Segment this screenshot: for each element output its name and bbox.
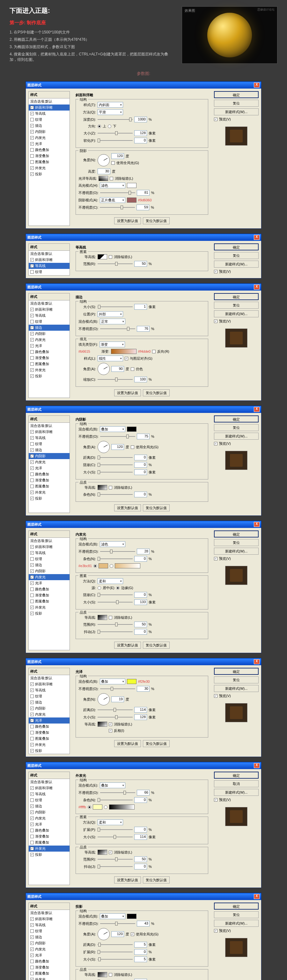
shadow-color[interactable] [127,197,137,203]
watermark: 思缘设计论坛 [257,8,274,12]
style-list: 样式 混合选项:默认 斜面和浮雕 等高线 纹理 描边 内阴影 内发光 光泽 颜色… [29,293,70,398]
hl-opacity-slider[interactable] [100,190,135,195]
highlight-color[interactable] [127,183,137,188]
close-icon[interactable]: X [254,659,260,664]
antialias-checkbox[interactable] [109,255,112,259]
dialog-title: 图层样式 [27,83,41,88]
style-drop-shadow[interactable]: 投影 [29,171,70,177]
highlight-mode-select[interactable]: 滤色 [100,183,125,188]
close-icon[interactable]: X [254,235,260,240]
checkbox-icon[interactable] [30,136,34,140]
ok-button[interactable]: 确定 [214,91,258,98]
preview-image: 效果图 思缘设计论坛 [182,6,277,64]
technique-select[interactable]: 平滑 [97,109,123,115]
depth-slider[interactable] [97,117,133,122]
step-title: 第一步: 制作底座 [10,20,172,26]
instruction-1: 1. 在PS中创建一个1500*100的文件 [10,30,172,35]
set-default-button[interactable]: 设置为默认值 [114,217,141,224]
section-label: 参数图: [10,71,277,76]
titlebar[interactable]: 图层样式 X [26,81,261,89]
checkbox-icon[interactable] [30,124,34,127]
checkbox-icon[interactable] [30,154,34,158]
instruction-4: 4. 搜索金属划痕，把素材拖入底座上层，CTRL+ALT+G创建为遮罩层，把图层… [10,52,172,62]
close-icon[interactable]: X [254,894,260,899]
soften-input[interactable]: 0 [134,138,147,143]
style-color-overlay[interactable]: 颜色叠加 [29,147,70,153]
preview-thumb [225,126,247,146]
style-satin[interactable]: 光泽 [29,141,70,147]
dialog-contour: 图层样式X 样式 混合选项:默认 斜面和浮雕 等高线 纹理 等高线 图素 等高线… [26,234,261,278]
dialog-inner-shadow: 图层样式X 样式 混合选项:默认 斜面和浮雕 等高线 纹理 描边 内阴影 内发光… [26,406,261,516]
style-outer-glow[interactable]: 外发光 [29,165,70,171]
radio-up[interactable] [97,124,101,128]
new-style-button[interactable]: 新建样式(W)... [214,108,258,115]
range-slider[interactable] [97,261,133,266]
sh-opacity-slider[interactable] [100,205,135,210]
size-input[interactable]: 128 [134,130,147,136]
checkbox-icon[interactable] [30,118,34,121]
preview-label: 效果图 [185,8,195,13]
soften-slider[interactable] [97,138,133,143]
close-icon[interactable]: X [254,285,260,290]
style-texture[interactable]: 纹理 [29,117,70,123]
gold-plate [207,13,252,57]
hl-opacity-input[interactable]: 81 [137,190,150,196]
radio-down[interactable] [108,124,111,128]
blend-options[interactable]: 混合选项:默认 [29,99,70,105]
titlebar[interactable]: 图层样式X [26,283,261,291]
size-slider[interactable] [97,130,133,136]
dialog-drop-shadow: 图层样式X 样式 混合选项:默认 斜面和浮雕 等高线 纹理 描边 内阴影 内发光… [26,893,261,980]
page-title: 下面进入正题: [10,6,172,15]
close-icon[interactable]: X [254,407,260,412]
angle-input[interactable]: 120 [111,153,124,159]
group-shade: 阴影 [78,148,88,153]
altitude-input[interactable]: 30 [97,169,110,174]
checkbox-icon[interactable] [30,130,34,134]
style-contour[interactable]: 等高线 [29,111,70,117]
style-inner-glow[interactable]: 内发光 [29,135,70,141]
checkbox-icon[interactable] [30,172,34,176]
gradient-picker[interactable] [111,349,137,354]
style-header: 样式 [29,91,70,99]
style-list: 样式 混合选项:默认 斜面和浮雕 等高线 纹理 描边 内阴影 内发光 光泽 颜色… [29,91,70,226]
close-icon[interactable]: X [254,83,260,88]
panel-title: 斜面和浮雕 [76,93,208,97]
dialog-inner-glow: 图层样式X 样式 混合选项:默认 斜面和浮雕 等高线 纹理 描边 内阴影 内发光… [26,520,261,653]
group-struct: 结构 [78,97,88,102]
global-light-checkbox[interactable] [111,161,115,165]
antialias-checkbox[interactable] [110,177,113,180]
instruction-2: 2. 用椭圆工具画一个正圆（本示例为476*476） [10,37,172,42]
checkbox-icon[interactable] [30,160,34,164]
gloss-contour[interactable] [99,176,108,181]
instruction-3: 3. 为椭圆添加图层样式，参数详见下图 [10,44,172,50]
style-select[interactable]: 内斜面 [97,102,123,108]
angle-dial[interactable] [97,154,110,166]
make-default-button[interactable]: 复位为默认值 [143,217,170,224]
depth-input[interactable]: 1000 [134,117,147,123]
preview-checkbox[interactable] [214,118,217,121]
contour-picker[interactable] [97,254,107,259]
dialog-satin: 图层样式X 样式 混合选项:默认 斜面和浮雕 等高线 纹理 描边 内阴影 内发光… [26,658,261,757]
cancel-button[interactable]: 复位 [214,100,258,107]
style-stroke[interactable]: 描边 [29,123,70,129]
checkbox-icon[interactable] [30,112,34,115]
checkbox-icon[interactable] [30,106,34,109]
style-grad-overlay[interactable]: 渐变叠加 [29,153,70,159]
checkbox-icon[interactable] [30,166,34,170]
checkbox-icon[interactable] [30,142,34,146]
sh-opacity-input[interactable]: 59 [137,205,149,210]
style-list: 样式 混合选项:默认 斜面和浮雕 等高线 纹理 [29,243,70,275]
close-icon[interactable]: X [254,763,260,768]
style-inner-shadow[interactable]: 内阴影 [29,129,70,135]
style-bevel[interactable]: 斜面和浮雕 [29,105,70,111]
dialog-stroke: 图层样式X 样式 混合选项:默认 斜面和浮雕 等高线 纹理 描边 内阴影 内发光… [26,283,261,401]
close-icon[interactable]: X [254,522,260,527]
dialog-outer-glow: 图层样式X 样式 混合选项:默认 斜面和浮雕 等高线 纹理 描边 内阴影 内发光… [26,762,261,888]
style-pattern-overlay[interactable]: 图案叠加 [29,159,70,165]
color-note: #9d6060 [138,198,152,202]
titlebar[interactable]: 图层样式X [26,234,261,241]
checkbox-icon[interactable] [30,148,34,152]
dialog-bevel: 图层样式 X 样式 混合选项:默认 斜面和浮雕 等高线 纹理 描边 内阴影 内发… [26,81,261,229]
shadow-mode-select[interactable]: 正片叠底 [100,197,125,203]
